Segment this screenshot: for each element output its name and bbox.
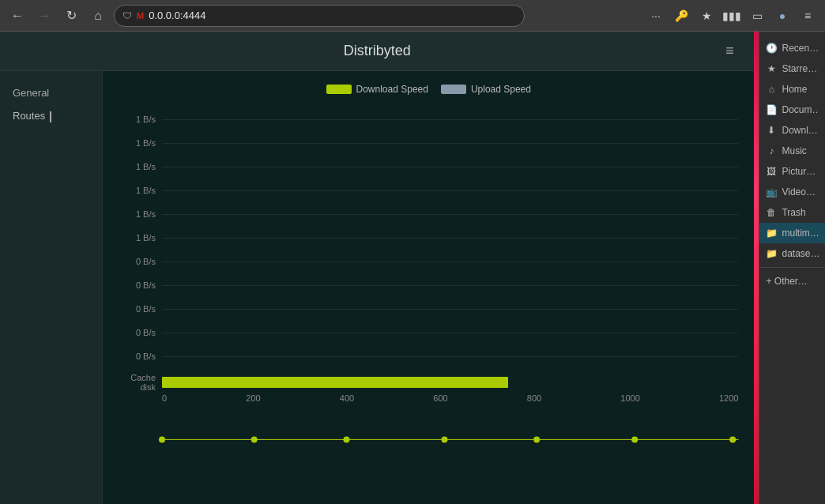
panel-item-icon: 📁: [766, 248, 777, 259]
grid-line: [162, 143, 738, 144]
browser-toolbar: ← → ↻ ⌂ 🛡 M 0.0.0.0:4444 ··· 🔑 ★ ▮▮▮ ▭ ●…: [0, 0, 825, 32]
back-button[interactable]: ←: [6, 5, 28, 27]
chart-body: 1 B/s 1 B/s 1 B/s 1 B/s 1 B/s 1 B/s 0 B/…: [119, 107, 738, 368]
main-layout: Distribyted ≡ General Routes Download S: [0, 32, 825, 504]
cache-bar-container: [162, 377, 738, 388]
panel-item-icon: 📺: [766, 186, 777, 197]
panel-item-label: Docum…: [782, 104, 819, 115]
svg-point-6: [631, 436, 638, 442]
grid-line: [162, 333, 738, 333]
profile-button[interactable]: ●: [771, 5, 793, 27]
grid-line: [162, 285, 738, 286]
y-label: 1 B/s: [119, 233, 162, 243]
download-legend: Download Speed: [326, 84, 428, 95]
panel-item[interactable]: 📺 Video…: [759, 182, 825, 202]
panel-item-label: datase…: [782, 248, 819, 259]
menu-button[interactable]: ≡: [797, 5, 819, 27]
panel-item[interactable]: 🗑 Trash: [759, 202, 825, 223]
y-label: 1 B/s: [119, 138, 162, 148]
grid-line: [162, 214, 738, 215]
grid-line: [162, 119, 738, 120]
y-label: 0 B/s: [119, 304, 162, 314]
panel-item-label: Downl…: [782, 125, 817, 136]
library-button[interactable]: ▮▮▮: [721, 5, 743, 27]
chart-row: 1 B/s: [119, 155, 738, 179]
y-label: 1 B/s: [119, 209, 162, 219]
y-label: 1 B/s: [119, 115, 162, 124]
x-label: 1200: [719, 393, 738, 403]
x-label: 0: [162, 393, 167, 403]
panel-item[interactable]: ♪ Music: [759, 141, 825, 161]
address-bar[interactable]: 🛡 M 0.0.0.0:4444: [114, 5, 525, 27]
chart-row: 1 B/s: [119, 179, 738, 202]
bookmark-button[interactable]: ★: [695, 5, 718, 27]
chart-row: 0 B/s: [119, 321, 738, 344]
chart-legend: Download Speed Upload Speed: [119, 84, 738, 95]
panel-item-label: Trash: [782, 207, 805, 218]
upload-legend: Upload Speed: [441, 84, 531, 95]
panel-item-icon: 📁: [766, 228, 777, 239]
other-label: + Other…: [766, 276, 807, 287]
upload-color-swatch: [441, 85, 466, 94]
panel-other-button[interactable]: + Other…: [759, 271, 825, 291]
svg-point-3: [343, 436, 349, 442]
hamburger-button[interactable]: ≡: [718, 39, 741, 63]
nav-routes[interactable]: Routes: [0, 105, 102, 127]
x-axis: 020040060080010001200: [119, 393, 738, 403]
svg-point-5: [533, 436, 540, 442]
toolbar-right: ··· 🔑 ★ ▮▮▮ ▭ ● ≡: [645, 5, 819, 27]
y-label: 0 B/s: [119, 280, 162, 290]
left-nav: General Routes: [0, 71, 103, 504]
panel-item-icon: ⬇: [766, 125, 777, 136]
cursor-icon: [50, 111, 58, 122]
panel-item-icon: 🗑: [766, 207, 777, 218]
home-button[interactable]: ⌂: [87, 5, 109, 27]
panel-item[interactable]: 📁 multim…: [759, 223, 825, 243]
cache-row: Cache disk: [119, 373, 738, 392]
chart-row: 0 B/s: [119, 344, 738, 368]
pocket-button[interactable]: 🔑: [670, 5, 692, 27]
app-area: Distribyted ≡ General Routes Download S: [0, 32, 754, 504]
panel-item[interactable]: 🕐 Recen…: [759, 38, 825, 58]
panel-item-label: Video…: [782, 186, 815, 197]
panel-item[interactable]: ★ Starre…: [759, 58, 825, 79]
download-color-swatch: [326, 85, 352, 94]
forward-button[interactable]: →: [33, 5, 55, 27]
panel-item[interactable]: ⬇ Downl…: [759, 120, 825, 141]
reload-button[interactable]: ↻: [60, 5, 82, 27]
grid-line: [162, 309, 738, 310]
panel-item[interactable]: ⌂ Home: [759, 79, 825, 100]
panel-item-label: Starre…: [782, 63, 817, 74]
security-shield-icon: 🛡: [122, 10, 132, 21]
chart-row: 0 B/s: [119, 250, 738, 273]
y-label: 0 B/s: [119, 352, 162, 361]
svg-point-7: [729, 436, 736, 442]
favicon-icon: M: [137, 11, 144, 21]
nav-general[interactable]: General: [0, 84, 102, 105]
grid-line: [162, 167, 738, 167]
url-text: 0.0.0.0:4444: [149, 9, 205, 21]
panel-item-label: Home: [782, 84, 807, 95]
grid-line: [162, 356, 738, 357]
more-button[interactable]: ···: [645, 5, 667, 27]
panel-item[interactable]: 📁 datase…: [759, 243, 825, 264]
chart-row: 0 B/s: [119, 273, 738, 297]
y-label: 0 B/s: [119, 328, 162, 337]
panel-item[interactable]: 📄 Docum…: [759, 100, 825, 120]
chart-row: 1 B/s: [119, 131, 738, 155]
grid-line: [162, 261, 738, 262]
svg-point-2: [251, 436, 258, 442]
panel-item-icon: 📄: [766, 104, 777, 115]
y-label: 0 B/s: [119, 257, 162, 266]
chart-row: 1 B/s: [119, 226, 738, 250]
panel-item-label: Music: [782, 145, 806, 156]
panel-item-icon: 🖼: [766, 166, 777, 177]
x-label: 400: [340, 393, 354, 403]
chart-row: 0 B/s: [119, 297, 738, 321]
panel-item[interactable]: 🖼 Pictur…: [759, 161, 825, 182]
app-content: General Routes Download Speed Upload: [0, 71, 754, 504]
x-axis-labels: 020040060080010001200: [162, 393, 738, 403]
y-label: 1 B/s: [119, 162, 162, 171]
panel-item-icon: ♪: [766, 145, 777, 156]
reader-button[interactable]: ▭: [746, 5, 768, 27]
